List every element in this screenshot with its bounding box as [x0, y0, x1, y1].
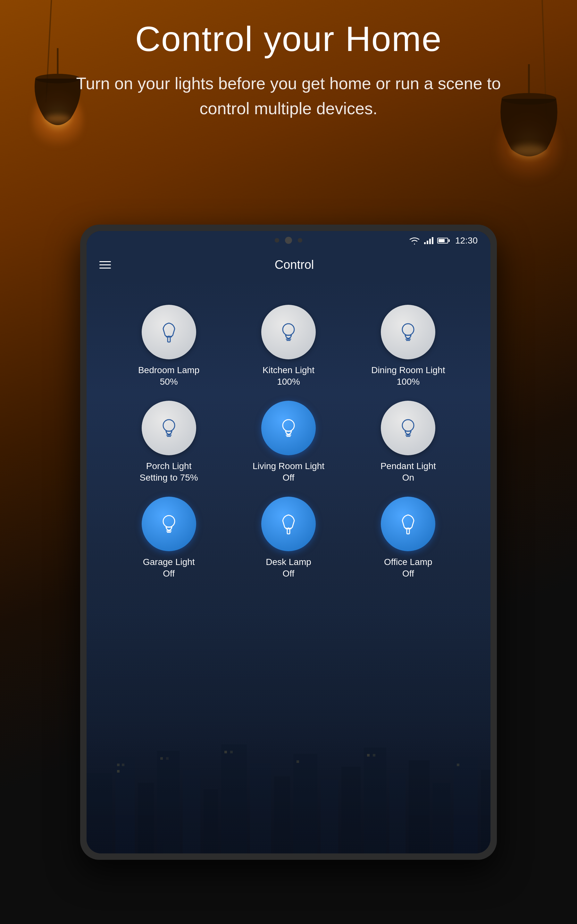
menu-button[interactable] [99, 261, 111, 268]
svg-rect-47 [409, 760, 430, 853]
sensor-dot-2 [298, 238, 302, 242]
app-bar: Control [87, 250, 490, 279]
svg-rect-55 [166, 757, 169, 760]
svg-point-5 [511, 145, 546, 157]
svg-rect-41 [274, 776, 290, 853]
device-label-dining-room-light: Dining Room Light 100% [371, 365, 445, 388]
device-item-pendant-light[interactable]: Pendant Light On [351, 401, 465, 484]
device-item-bedroom-lamp[interactable]: Bedroom Lamp 50% [112, 305, 226, 388]
hero-section: Control your Home Turn on your lights be… [0, 19, 577, 121]
device-circle-pendant-light[interactable] [381, 401, 435, 455]
svg-rect-50 [481, 770, 490, 853]
svg-rect-51 [117, 764, 119, 766]
battery-icon [437, 238, 448, 244]
bulb-icon-5 [395, 415, 421, 441]
device-label-living-room-light: Living Room Light Off [253, 460, 324, 484]
camera-dot [285, 237, 292, 244]
svg-rect-42 [293, 754, 318, 853]
device-circle-office-lamp[interactable] [381, 497, 435, 551]
city-skyline [87, 725, 490, 853]
lamp-icon-2 [276, 511, 301, 537]
app-title: Control [111, 258, 478, 272]
device-item-desk-lamp[interactable]: Desk Lamp Off [232, 497, 345, 580]
svg-point-9 [283, 324, 294, 335]
svg-rect-33 [87, 773, 112, 853]
device-item-dining-room-light[interactable]: Dining Room Light 100% [351, 305, 465, 388]
device-item-office-lamp[interactable]: Office Lamp Off [351, 497, 465, 580]
svg-rect-38 [203, 789, 218, 853]
svg-rect-40 [250, 764, 271, 853]
svg-rect-49 [454, 757, 478, 853]
device-circle-porch-light[interactable] [142, 401, 196, 455]
device-label-pendant-light: Pendant Light On [380, 460, 436, 484]
svg-rect-39 [221, 744, 247, 853]
signal-icon [424, 237, 434, 244]
device-item-garage-light[interactable]: Garage Light Off [112, 497, 226, 580]
svg-rect-48 [433, 783, 450, 853]
device-item-kitchen-light[interactable]: Kitchen Light 100% [232, 305, 345, 388]
device-item-living-room-light[interactable]: Living Room Light Off [232, 401, 345, 484]
device-circle-garage-light[interactable] [142, 497, 196, 551]
city-svg [87, 725, 490, 853]
svg-rect-30 [407, 529, 409, 534]
device-label-garage-light: Garage Light Off [143, 556, 195, 580]
device-item-porch-light[interactable]: Porch Light Setting to 75% [112, 401, 226, 484]
bulb-icon [276, 319, 301, 345]
device-grid: Bedroom Lamp 50% Kitchen Li [87, 298, 490, 586]
svg-rect-35 [138, 783, 154, 853]
device-label-kitchen-light: Kitchen Light 100% [263, 365, 314, 388]
sensor-dot [275, 238, 279, 242]
bulb-icon-3 [156, 415, 182, 441]
svg-rect-61 [457, 764, 459, 766]
lamp-icon-3 [395, 511, 421, 537]
svg-point-24 [163, 515, 175, 527]
device-circle-living-room-light[interactable] [261, 401, 316, 455]
lamp-icon [156, 319, 182, 345]
bulb-icon-2 [395, 319, 421, 345]
svg-rect-57 [230, 751, 233, 753]
device-label-porch-light: Porch Light Setting to 75% [140, 460, 198, 484]
svg-point-12 [402, 324, 414, 335]
svg-rect-58 [297, 760, 299, 763]
device-circle-kitchen-light[interactable] [261, 305, 316, 359]
svg-rect-27 [287, 529, 290, 534]
svg-point-18 [283, 420, 294, 431]
svg-rect-53 [117, 770, 119, 772]
hero-title: Control your Home [64, 19, 513, 58]
svg-rect-6 [168, 337, 170, 342]
svg-point-21 [402, 420, 414, 431]
svg-rect-54 [160, 757, 163, 760]
svg-rect-56 [224, 751, 227, 753]
status-icons: 12:30 [409, 236, 478, 246]
wifi-icon [409, 236, 420, 245]
svg-rect-43 [321, 780, 338, 853]
device-circle-bedroom-lamp[interactable] [142, 305, 196, 359]
svg-rect-46 [390, 773, 406, 853]
device-label-desk-lamp: Desk Lamp Off [266, 556, 311, 580]
svg-rect-36 [157, 751, 179, 853]
device-label-bedroom-lamp: Bedroom Lamp 50% [138, 365, 199, 388]
status-time: 12:30 [455, 236, 478, 246]
bulb-icon-6 [156, 511, 182, 537]
device-circle-desk-lamp[interactable] [261, 497, 316, 551]
svg-rect-44 [342, 767, 361, 853]
tablet-frame: 12:30 Control [80, 225, 497, 860]
bulb-icon-4 [276, 415, 301, 441]
svg-point-15 [163, 420, 175, 431]
svg-rect-52 [122, 764, 124, 766]
svg-rect-59 [367, 754, 370, 756]
svg-rect-60 [373, 754, 376, 756]
screen-content: Bedroom Lamp 50% Kitchen Li [87, 279, 490, 853]
hero-subtitle: Turn on your lights before you get home … [64, 71, 513, 121]
tablet-screen: 12:30 Control [87, 231, 490, 853]
device-circle-dining-room-light[interactable] [381, 305, 435, 359]
tablet-sensors [275, 237, 302, 244]
device-label-office-lamp: Office Lamp Off [384, 556, 432, 580]
svg-rect-37 [183, 770, 200, 853]
svg-rect-45 [364, 748, 386, 853]
